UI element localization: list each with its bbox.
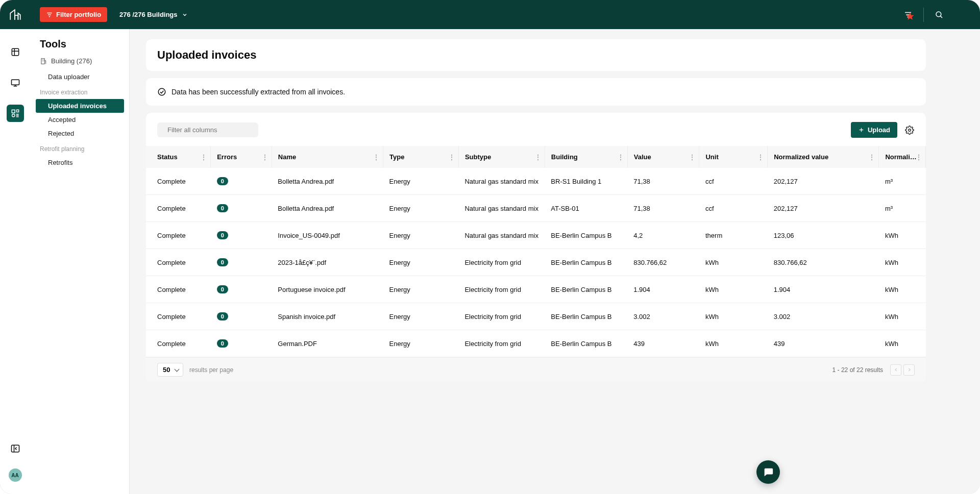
table-cell: m³	[879, 168, 926, 195]
column-menu-icon[interactable]: ⋮	[373, 154, 380, 161]
table-row[interactable]: Complete0German.PDFEnergyElectricity fro…	[146, 330, 926, 357]
table-cell: ccf	[699, 168, 768, 195]
nav-data-icon[interactable]	[7, 43, 24, 61]
table-row[interactable]: Complete0Bolletta Andrea.pdfEnergyNatura…	[146, 195, 926, 222]
sidebar-item-accepted[interactable]: Accepted	[40, 113, 124, 127]
column-header[interactable]: Errors⋮	[211, 146, 272, 168]
column-menu-icon[interactable]: ⋮	[534, 154, 542, 161]
upload-button-label: Upload	[868, 126, 890, 134]
table-cell: m³	[879, 195, 926, 222]
column-header[interactable]: Status⋮	[146, 146, 211, 168]
sidebar-item-rejected[interactable]: Rejected	[40, 127, 124, 140]
column-header[interactable]: Name⋮	[272, 146, 383, 168]
column-header-label: Name	[278, 153, 296, 161]
table-cell: 439	[627, 330, 699, 357]
extraction-status-panel: Data has been successfully extracted fro…	[146, 78, 926, 106]
table-cell: Energy	[383, 195, 459, 222]
nav-dashboard-icon[interactable]	[7, 74, 24, 91]
error-count-pill: 0	[217, 312, 228, 320]
table-cell: Natural gas standard mix	[458, 222, 545, 249]
table-cell: BE-Berlin Campus B	[545, 249, 627, 276]
table-cell: Energy	[383, 276, 459, 303]
saved-filters-icon[interactable]	[898, 5, 918, 25]
table-cell: 830.766,62	[627, 249, 699, 276]
topbar: Filter portfolio 276 /276 Buildings	[0, 0, 980, 29]
column-menu-icon[interactable]: ⋮	[617, 154, 624, 161]
column-menu-icon[interactable]: ⋮	[200, 154, 207, 161]
table-row[interactable]: Complete02023-1å­£ç¥¨.pdfEnergyElectrici…	[146, 249, 926, 276]
sidebar-item-retrofits[interactable]: Retrofits	[40, 156, 124, 169]
chat-launcher-icon[interactable]	[756, 460, 780, 484]
column-menu-icon[interactable]: ⋮	[915, 154, 922, 161]
table-settings-icon[interactable]	[904, 125, 915, 135]
table-footer: 50 results per page 1 - 22 of 22 results	[146, 357, 926, 382]
portfolio-scope-dropdown[interactable]: 276 /276 Buildings	[119, 11, 187, 18]
rows-per-page-select[interactable]: 50	[157, 363, 183, 377]
table-cell: 71,38	[627, 168, 699, 195]
portfolio-scope-label: 276 /276 Buildings	[119, 11, 177, 18]
column-header-label: Status	[157, 153, 178, 161]
table-cell: Complete	[146, 330, 211, 357]
collapse-sidebar-icon[interactable]	[7, 440, 24, 457]
table-cell: 1.904	[627, 276, 699, 303]
results-count: 1 - 22 of 22 results	[832, 366, 883, 374]
column-header[interactable]: Normalized unit⋮	[879, 146, 926, 168]
column-header[interactable]: Unit⋮	[699, 146, 768, 168]
table-cell: Bolletta Andrea.pdf	[272, 168, 383, 195]
table-cell: kWh	[699, 303, 768, 330]
topbar-right	[898, 5, 949, 25]
table-cell: 0	[211, 330, 272, 357]
column-menu-icon[interactable]: ⋮	[261, 154, 268, 161]
table-cell: 3.002	[768, 303, 879, 330]
column-menu-icon[interactable]: ⋮	[757, 154, 764, 161]
table-cell: 0	[211, 195, 272, 222]
table-cell: Invoice_US-0049.pdf	[272, 222, 383, 249]
table-cell: Energy	[383, 303, 459, 330]
avatar[interactable]: AA	[9, 468, 22, 482]
table-cell: Natural gas standard mix	[458, 195, 545, 222]
table-cell: Spanish invoice.pdf	[272, 303, 383, 330]
column-header[interactable]: Building⋮	[545, 146, 627, 168]
filter-portfolio-label: Filter portfolio	[56, 11, 101, 18]
table-cell: kWh	[879, 249, 926, 276]
logo[interactable]	[0, 0, 31, 29]
table-row[interactable]: Complete0Spanish invoice.pdfEnergyElectr…	[146, 303, 926, 330]
invoices-table: Status⋮Errors⋮Name⋮Type⋮Subtype⋮Building…	[146, 146, 926, 357]
table-row[interactable]: Complete0Invoice_US-0049.pdfEnergyNatura…	[146, 222, 926, 249]
table-cell: 830.766,62	[768, 249, 879, 276]
search-icon[interactable]	[929, 5, 949, 25]
check-circle-icon	[157, 87, 166, 96]
filter-input-wrap[interactable]	[157, 122, 258, 137]
next-page-button[interactable]	[903, 364, 915, 376]
sidebar-item-data-uploader[interactable]: Data uploader	[40, 70, 124, 84]
column-header-label: Value	[634, 153, 651, 161]
sidebar-group-building[interactable]: Building (276)	[40, 57, 124, 65]
column-menu-icon[interactable]: ⋮	[868, 154, 875, 161]
table-cell: 71,38	[627, 195, 699, 222]
column-header[interactable]: Type⋮	[383, 146, 459, 168]
nav-tools-icon[interactable]	[7, 105, 24, 122]
column-menu-icon[interactable]: ⋮	[448, 154, 455, 161]
table-cell: Complete	[146, 195, 211, 222]
svg-rect-12	[11, 80, 19, 85]
table-cell: Electricity from grid	[458, 249, 545, 276]
table-row[interactable]: Complete0Portuguese invoice.pdfEnergyEle…	[146, 276, 926, 303]
column-menu-icon[interactable]: ⋮	[689, 154, 696, 161]
column-header-label: Normalized value	[774, 153, 828, 161]
table-cell: kWh	[699, 276, 768, 303]
prev-page-button[interactable]	[890, 364, 901, 376]
svg-marker-6	[906, 12, 914, 19]
filter-input[interactable]	[167, 126, 253, 134]
column-header[interactable]: Subtype⋮	[458, 146, 545, 168]
svg-point-7	[936, 12, 941, 17]
filter-portfolio-button[interactable]: Filter portfolio	[40, 7, 107, 22]
table-cell: 0	[211, 276, 272, 303]
column-header[interactable]: Normalized value⋮	[768, 146, 879, 168]
column-header[interactable]: Value⋮	[627, 146, 699, 168]
table-cell: 3.002	[627, 303, 699, 330]
table-row[interactable]: Complete0Bolletta Andrea.pdfEnergyNatura…	[146, 168, 926, 195]
column-header-label: Building	[551, 153, 578, 161]
sidebar-item-uploaded-invoices[interactable]: Uploaded invoices	[36, 99, 124, 113]
upload-button[interactable]: Upload	[851, 122, 897, 138]
error-count-pill: 0	[217, 339, 228, 348]
